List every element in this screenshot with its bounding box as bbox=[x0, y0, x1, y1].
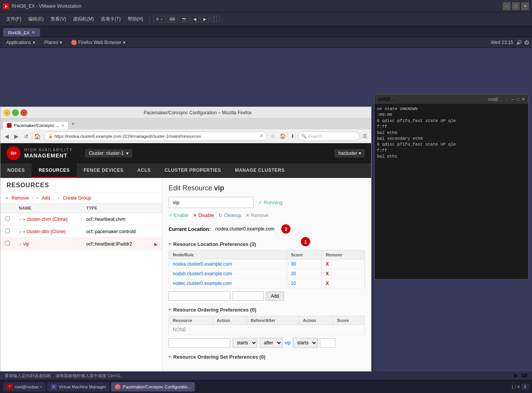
ordering-action1-select[interactable]: starts bbox=[233, 338, 257, 348]
hacluster-button[interactable]: hacluster ▾ bbox=[334, 149, 365, 158]
nav-resources[interactable]: RESOURCES bbox=[32, 163, 77, 178]
resource-name-row: vip ✓ Running bbox=[169, 197, 365, 208]
ordering-score-input[interactable] bbox=[320, 338, 335, 348]
search-placeholder: Search bbox=[308, 134, 322, 139]
row2-name[interactable]: cluster-dlm (Clone) bbox=[27, 229, 66, 234]
pref-row2-node[interactable]: nodeb.cluster0.example.com bbox=[173, 271, 232, 276]
full-screen[interactable]: ⛶ bbox=[211, 16, 220, 22]
download-icon[interactable]: ⬇ bbox=[289, 132, 296, 140]
vmware-tab-rh436[interactable]: RH436_EX ✕ bbox=[3, 28, 40, 37]
url-refresh-icon[interactable]: ↺ bbox=[260, 134, 263, 139]
row2-checkbox[interactable] bbox=[5, 229, 10, 233]
taskbar-terminal[interactable]: T root@nodea:~ bbox=[3, 382, 46, 391]
row3-arrow[interactable]: ▶ bbox=[154, 242, 157, 246]
row1-checkbox[interactable] bbox=[5, 216, 10, 221]
snapshot-next[interactable]: ▶ bbox=[201, 16, 209, 22]
menu-file[interactable]: 文件(F) bbox=[3, 14, 24, 24]
redhat-logo: RH bbox=[7, 146, 20, 160]
taskbar-firefox[interactable]: Pacemaker/Corosync Configuratio... bbox=[111, 382, 195, 391]
toolbar-sep1: | bbox=[32, 195, 33, 201]
gnome-firefox[interactable]: Firefox Web Browser ▾ bbox=[68, 39, 128, 46]
power-icon: ⏻ bbox=[524, 40, 529, 45]
menu-vm[interactable]: 虚拟机(M) bbox=[70, 14, 97, 24]
close-tab-icon[interactable]: ✕ bbox=[32, 30, 35, 35]
row3-name[interactable]: vip bbox=[23, 241, 29, 247]
term1-minimize[interactable]: ─ bbox=[512, 97, 515, 102]
disable-action[interactable]: ✕ Disable bbox=[193, 213, 214, 218]
menu-help[interactable]: 帮助(H) bbox=[125, 14, 147, 24]
term1-tab: root@... bbox=[488, 97, 502, 102]
snapshot-btn[interactable]: 📷 bbox=[179, 16, 189, 22]
row1-name[interactable]: cluster-clvm (Clone) bbox=[27, 217, 68, 222]
remove-action[interactable]: ✕ Remove bbox=[246, 213, 269, 218]
nav-cluster-properties[interactable]: CLUSTER PROPERTIES bbox=[158, 163, 228, 178]
cluster-dropdown-icon: ▾ bbox=[126, 151, 128, 156]
ordering-toggle[interactable]: ▾ bbox=[169, 307, 171, 312]
pref-row2-remove[interactable]: X bbox=[326, 271, 329, 276]
firefox-tab-pacemaker[interactable]: Pacemaker/Corosync ... ✕ bbox=[3, 121, 69, 129]
high-availability-label: HIGH AVAILABILITY bbox=[24, 148, 73, 152]
nav-fence-devices[interactable]: FENCE DEVICES bbox=[77, 163, 130, 178]
row2-expand[interactable]: ▾ bbox=[23, 230, 25, 234]
ordering-set-toggle[interactable]: ▾ bbox=[169, 354, 171, 359]
pref-row3-score: 10 bbox=[291, 281, 296, 286]
remove-link[interactable]: Remove bbox=[12, 195, 29, 201]
snapshot-prev[interactable]: ◀ bbox=[191, 16, 199, 22]
add-link[interactable]: Add bbox=[42, 195, 50, 201]
home-nav-icon[interactable]: 🏠 bbox=[278, 132, 287, 140]
ordering-resource-input[interactable] bbox=[169, 338, 230, 347]
menu-tabs[interactable]: 选项卡(T) bbox=[98, 14, 123, 24]
search-bar[interactable]: 🔍 Search bbox=[298, 132, 360, 141]
location-node-input[interactable] bbox=[169, 291, 230, 301]
cluster-selector[interactable]: Cluster: cluster-1 ▾ bbox=[85, 149, 132, 158]
nav-nodes[interactable]: NODES bbox=[0, 163, 32, 178]
pref-row3-remove[interactable]: X bbox=[326, 281, 329, 286]
firefox-maximize[interactable]: □ bbox=[12, 109, 19, 116]
taskbar-vmm[interactable]: V Virtual Machine Manager bbox=[47, 382, 110, 391]
create-group-plus-icon: + bbox=[57, 196, 60, 200]
pref-row1-remove[interactable]: X bbox=[326, 261, 329, 267]
nav-acls[interactable]: ACLS bbox=[130, 163, 158, 178]
pause-button[interactable]: ⏸ ▾ bbox=[153, 16, 165, 22]
enable-action[interactable]: ✓ Enable bbox=[169, 213, 188, 218]
location-prefs-toggle[interactable]: ▾ bbox=[169, 242, 171, 247]
send-ctrl-alt-del[interactable]: ⌨ bbox=[167, 16, 177, 22]
firefox-tab-close[interactable]: ✕ bbox=[61, 124, 64, 128]
toolbar-separator bbox=[149, 15, 150, 23]
ordering-beforeafter-select[interactable]: after bbox=[260, 338, 282, 348]
firefox-close[interactable]: ✕ bbox=[20, 109, 27, 116]
minimize-button[interactable]: ─ bbox=[503, 2, 510, 10]
term1-close[interactable]: ✕ bbox=[522, 97, 525, 102]
gnome-applications[interactable]: Applications ▾ bbox=[3, 39, 38, 46]
back-button[interactable]: ◀ bbox=[3, 132, 11, 140]
menu-edit[interactable]: 编辑(E) bbox=[25, 14, 47, 24]
location-score-input[interactable] bbox=[233, 291, 263, 301]
bookmark-icon[interactable]: ☆ bbox=[269, 132, 277, 140]
term1-maximize[interactable]: □ bbox=[517, 97, 519, 102]
ordering-set-header: ▾ Resource Ordering Set Preferences (0) bbox=[169, 352, 365, 360]
resource-name-input[interactable]: vip bbox=[169, 197, 253, 208]
firefox-minimize[interactable]: ─ bbox=[3, 109, 10, 116]
location-add-button[interactable]: Add bbox=[266, 291, 284, 301]
pref-row1-node[interactable]: nodea.cluster0.example.com bbox=[173, 261, 232, 267]
gnome-places[interactable]: Places ▾ bbox=[41, 39, 65, 46]
new-tab-button[interactable]: + bbox=[69, 120, 77, 127]
row3-checkbox[interactable] bbox=[5, 241, 10, 246]
maximize-button[interactable]: □ bbox=[512, 2, 520, 10]
resources-table: NAME TYPE ✓ bbox=[0, 203, 162, 393]
nav-manage-clusters[interactable]: MANAGE CLUSTERS bbox=[228, 163, 292, 178]
row1-expand[interactable]: ▾ bbox=[23, 217, 25, 222]
close-button[interactable]: ✕ bbox=[521, 2, 529, 10]
url-bar[interactable]: 🔒 https://nodea.cluster0.example.com:222… bbox=[44, 132, 267, 141]
pref-row3-node[interactable]: nodec.cluster0.example.com bbox=[173, 281, 232, 286]
ordering-action2-select[interactable]: starts bbox=[293, 338, 318, 348]
menu-icon[interactable]: ☰ bbox=[361, 132, 369, 140]
cleanup-action[interactable]: ↻ Cleanup bbox=[218, 213, 241, 218]
ordering-table: Resource Action Before/After Action Scor… bbox=[169, 316, 365, 335]
reload-button[interactable]: ↺ bbox=[22, 132, 30, 140]
home-button[interactable]: 🏠 bbox=[32, 132, 42, 140]
forward-button[interactable]: ▶ bbox=[12, 132, 20, 140]
applications-arrow: ▾ bbox=[33, 40, 35, 45]
menu-view[interactable]: 查看(V) bbox=[47, 14, 69, 24]
create-group-link[interactable]: Create Group bbox=[63, 195, 91, 201]
